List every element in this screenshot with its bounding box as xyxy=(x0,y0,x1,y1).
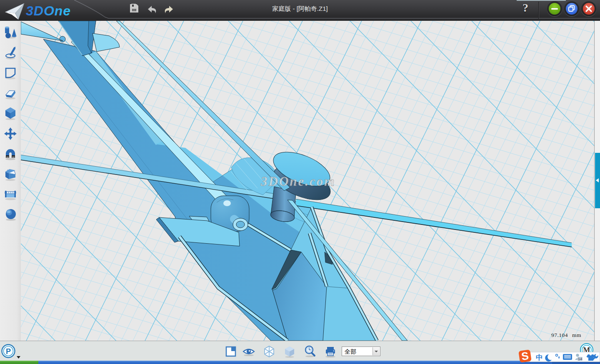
svg-text:P: P xyxy=(6,347,11,356)
svg-text:中: 中 xyxy=(536,354,543,362)
svg-text:3DOne.com: 3DOne.com xyxy=(260,174,335,189)
svg-text:14: 14 xyxy=(578,357,582,361)
